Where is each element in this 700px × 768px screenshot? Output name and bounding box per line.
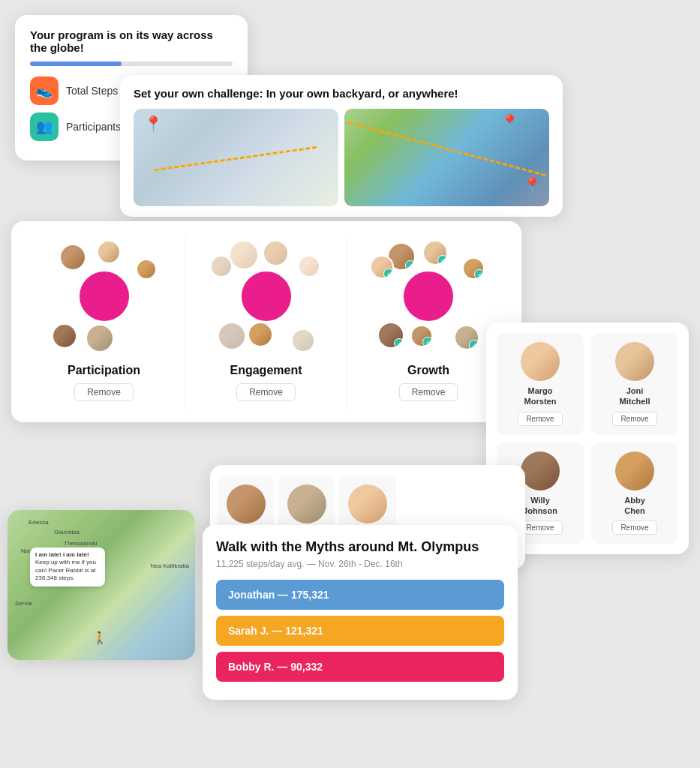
engagement-label: Engagement bbox=[230, 364, 302, 377]
steps-icon: 👟 bbox=[30, 76, 59, 105]
abby-name: AbbyChen bbox=[624, 495, 645, 517]
bottom-map-card: Edessa Giannitsa Thessaloniki Naousa Ser… bbox=[8, 510, 195, 660]
joni-name: JoniMitchell bbox=[620, 386, 650, 407]
person-abby: AbbyChen Remove bbox=[591, 442, 678, 544]
avatar-small: ✓ bbox=[462, 257, 485, 280]
margo-name: MargoMorsten bbox=[524, 386, 557, 407]
avatar-small bbox=[97, 240, 121, 264]
map-speech-bubble: I am late! I am late! Keep up with me if… bbox=[30, 548, 105, 586]
avatar-small bbox=[291, 328, 315, 352]
heather-avatar bbox=[287, 484, 326, 524]
avatar-small bbox=[136, 259, 157, 280]
check-badge: ✓ bbox=[383, 268, 394, 279]
progress-bar-fill bbox=[30, 62, 122, 66]
leaderboard-subtitle: 11,225 steps/day avg. — Nov. 26th - Dec.… bbox=[216, 559, 504, 569]
check-badge: ✓ bbox=[437, 255, 448, 266]
growth-circles: ✓ ✓ ✓ ✓ ✓ ✓ ✓ bbox=[368, 236, 488, 356]
bubble-body: Keep up with me if you can! Pacer Rabbit… bbox=[35, 559, 96, 581]
check-badge: ✓ bbox=[474, 269, 485, 280]
avatar-small: ✓ bbox=[370, 255, 394, 279]
challenge-card: Set your own challenge: In your own back… bbox=[120, 75, 563, 217]
engagement-circles bbox=[206, 236, 326, 356]
margo-avatar bbox=[521, 342, 560, 381]
map-pin-mid: 📍 bbox=[500, 113, 519, 131]
center-avatar bbox=[240, 270, 293, 322]
leaderboard-entry-3[interactable]: Bobby R. — 90,332 bbox=[216, 652, 504, 682]
avatar-small bbox=[263, 240, 289, 266]
abby-avatar bbox=[615, 452, 654, 490]
map-pin-start: 📍 bbox=[144, 115, 163, 133]
challenge-title: Set your own challenge: In your own back… bbox=[134, 87, 549, 100]
map-row: 📍 📍 📍 bbox=[134, 109, 549, 206]
center-avatar bbox=[78, 270, 131, 322]
bottom-map: Edessa Giannitsa Thessaloniki Naousa Ser… bbox=[8, 510, 195, 660]
person-joni: JoniMitchell Remove bbox=[591, 333, 678, 435]
participation-remove[interactable]: Remove bbox=[74, 383, 134, 401]
avatar-small bbox=[298, 255, 320, 278]
abby-remove-btn[interactable]: Remove bbox=[612, 520, 656, 535]
check-badge: ✓ bbox=[394, 338, 404, 349]
route-line bbox=[155, 146, 317, 171]
participation-label: Participation bbox=[68, 364, 140, 377]
engagement-item: Engagement Remove bbox=[185, 236, 347, 410]
participants-icon: 👥 bbox=[30, 112, 59, 141]
participation-circles bbox=[44, 236, 164, 356]
check-badge: ✓ bbox=[469, 340, 479, 350]
map-left: 📍 bbox=[134, 109, 338, 206]
peg-grid: Participation Remove Engagement Remove bbox=[23, 236, 509, 410]
map-label-nea: Nea Kallikratia bbox=[150, 562, 189, 569]
map-label-edessa: Edessa bbox=[29, 519, 49, 526]
map-label-giannitsa: Giannitsa bbox=[54, 529, 80, 536]
avatar-small bbox=[59, 244, 86, 271]
willy-name: WillyJohnson bbox=[523, 495, 557, 517]
avatar-small bbox=[218, 322, 246, 350]
person-margo: MargoMorsten Remove bbox=[497, 333, 584, 435]
willy-avatar bbox=[521, 452, 560, 490]
leaderboard-entry-2[interactable]: Sarah J. — 121,321 bbox=[216, 616, 504, 646]
avatar-small bbox=[248, 322, 273, 347]
peg-card: Participation Remove Engagement Remove bbox=[11, 221, 521, 422]
check-badge: ✓ bbox=[405, 260, 416, 271]
growth-item: ✓ ✓ ✓ ✓ ✓ ✓ ✓ bbox=[347, 236, 509, 410]
check-badge: ✓ bbox=[422, 337, 433, 347]
program-title: Your program is on its way across the gl… bbox=[30, 28, 233, 54]
progress-bar-container bbox=[30, 62, 233, 66]
center-avatar bbox=[402, 270, 455, 322]
avatar-small bbox=[52, 323, 77, 349]
mike-avatar bbox=[348, 484, 387, 524]
walking-figure: 🚶 bbox=[92, 631, 107, 645]
avatar-small bbox=[229, 240, 259, 270]
leaderboard-title: Walk with the Myths around Mt. Olympus bbox=[216, 538, 504, 556]
map-pin-end: 📍 bbox=[523, 176, 542, 194]
joni-remove-btn[interactable]: Remove bbox=[612, 412, 656, 426]
engagement-remove[interactable]: Remove bbox=[236, 383, 296, 401]
bubble-title: I am late! I am late! bbox=[35, 551, 89, 558]
map-label-thessaloniki: Thessaloniki bbox=[64, 540, 97, 547]
avatar-small bbox=[210, 255, 233, 278]
avatar-small: ✓ bbox=[454, 325, 479, 350]
map-label-servia: Servia bbox=[15, 600, 32, 607]
lisa-avatar bbox=[227, 484, 266, 524]
growth-remove[interactable]: Remove bbox=[399, 383, 458, 401]
growth-label: Growth bbox=[407, 364, 449, 377]
map-right: 📍 📍 bbox=[344, 109, 549, 206]
avatar-small: ✓ bbox=[410, 325, 433, 347]
avatar-small bbox=[86, 324, 114, 352]
avatar-small: ✓ bbox=[377, 322, 404, 349]
avatar-small: ✓ bbox=[422, 240, 448, 266]
participation-item: Participation Remove bbox=[23, 236, 185, 410]
margo-remove-btn[interactable]: Remove bbox=[518, 412, 562, 426]
leaderboard-entry-1[interactable]: Jonathan — 175,321 bbox=[216, 580, 504, 610]
leaderboard-card: Walk with the Myths around Mt. Olympus 1… bbox=[203, 525, 518, 700]
joni-avatar bbox=[615, 342, 654, 381]
